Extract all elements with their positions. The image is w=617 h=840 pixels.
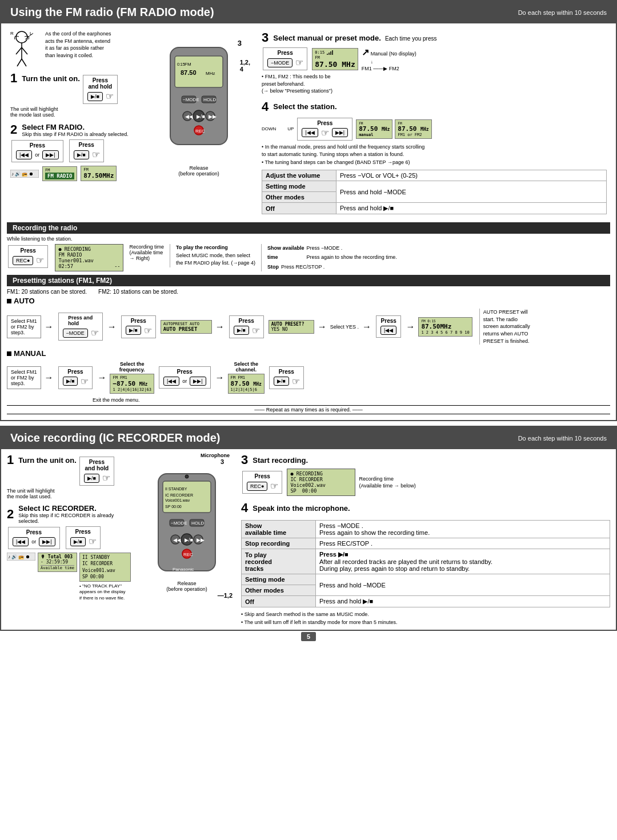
prev-btn-fm2[interactable]: |◀◀ (16, 150, 32, 159)
rec-btn-voice3[interactable]: REC● (247, 482, 267, 491)
voice-release-label: Release (before operation) (166, 581, 207, 592)
ic-recorder-display1: 🎙 Total 003 - 32:59:59 Available time (38, 553, 77, 572)
recording-subsection: Recording the radio While listening to t… (7, 222, 610, 271)
next-btn-voice2[interactable]: ▶▶| (39, 537, 55, 546)
fm-step4-display-manual: FM 87.50 MHz manual (356, 119, 392, 139)
ic-recorder-display2: II STANDBY IC RECORDER Voice001.wav SP 0… (79, 553, 131, 582)
svg-text:−MODE: −MODE (171, 521, 187, 526)
voice-step3-display: ● RECORDING IC RECORDER Voice002.wav SP … (287, 469, 355, 496)
fm-step2-controls: Press |◀◀ or ▶▶| Press ▶/■ ☞ (10, 138, 136, 163)
to-play-section: To play the recording Select MUSIC mode,… (170, 244, 255, 267)
svg-text:HOLD: HOLD (191, 521, 204, 526)
manual-label-row: MANUAL (7, 349, 610, 358)
voice-device-svg: II STANDBY IC RECORDER Voice001.wav SP 0… (147, 465, 227, 579)
fm-step4-display-fm1fm2: FM 87.50 MHz FM1 or FM2 (395, 119, 431, 139)
mode-btn-fm3[interactable]: −MODE (267, 58, 293, 67)
fm-step1-note: The unit will highlight the mode last us… (10, 106, 136, 118)
fm-step2-press1-box: Press |◀◀ or ▶▶| (11, 140, 63, 162)
play-stop-btn-fm2[interactable]: ▶/■ (74, 150, 89, 159)
auto-bullet (7, 299, 11, 303)
fm-step1: 1 Turn the unit on. Press and hold ▶/■ ☞… (10, 71, 136, 118)
auto-label-row: AUTO (7, 297, 610, 305)
svg-text:♪ 🔊 📻 ⏺: ♪ 🔊 📻 ⏺ (11, 171, 34, 177)
presetting-subsection: Presetting stations (FM1, FM2) FM1: 20 s… (7, 275, 610, 414)
next-btn-manual[interactable]: ▶▶| (190, 377, 206, 386)
next-btn-fm2[interactable]: ▶▶| (42, 150, 58, 159)
manual-freq-display: FM FM1 −87.50 MHz 1 2|4|6|16|32|63 (110, 374, 154, 394)
show-available-section: Show available time Press −MODE . Press … (261, 244, 397, 271)
prev-btn-manual[interactable]: |◀◀ (163, 377, 179, 386)
earphone-notes: As the cord of the earphones acts the FM… (45, 30, 111, 67)
svg-text:87.50: 87.50 (181, 69, 197, 76)
fm-step3-title: Select manual or preset mode. (273, 34, 381, 42)
ic-recorder-display2-section: II STANDBY IC RECORDER Voice001.wav SP 0… (79, 553, 131, 601)
prev-btn-voice2[interactable]: |◀◀ (13, 537, 29, 546)
fm-step4-labels: DOWN UP (262, 126, 294, 131)
voice-step3-press-box: Press REC● ☞ (242, 471, 282, 494)
voice-do-each: Do each step within 10 seconds (518, 435, 607, 442)
fm-freq-display-step2: FM 87.50MHz (81, 166, 117, 181)
fm-step4-notes: • In the manual mode, press and hold unt… (262, 143, 607, 167)
rec-stop-btn[interactable]: REC● (13, 256, 33, 265)
fm-top-area: R L As the cord of the earphones acts th… (7, 27, 610, 220)
no-track-notes: • "NO TRACK PLAY" appears on the display… (79, 583, 131, 601)
prev-btn-auto[interactable]: |◀◀ (380, 326, 396, 335)
prev-btn-fm4[interactable]: |◀◀ (302, 128, 318, 137)
fm-step1-number: 1 (10, 71, 17, 86)
voice-step2-press1-box: Press |◀◀ or ▶▶| (8, 527, 60, 549)
voice-step1-number: 1 (7, 453, 14, 467)
next-btn-fm4[interactable]: ▶▶| (332, 128, 348, 137)
svg-point-0 (16, 31, 27, 43)
manual-title: MANUAL (14, 349, 46, 358)
presetting-header: Presetting stations (FM1, FM2) (7, 275, 610, 286)
svg-text:II STANDBY: II STANDBY (165, 487, 187, 491)
svg-line-5 (22, 59, 26, 66)
play-btn-auto[interactable]: ▶/■ (126, 326, 141, 335)
play-btn-auto2[interactable]: ▶/■ (234, 326, 249, 335)
play-stop-btn-voice1[interactable]: ▶/■ (84, 474, 99, 483)
svg-text:−MODE: −MODE (183, 97, 199, 102)
voice-left-col: 1 Turn the unit on. Press and hold ▶/■ ☞… (7, 453, 133, 626)
voice-step4: 4 Speak into the microphone. (241, 501, 610, 515)
manual-freq-section: Select the frequency. FM FM1 −87.50 MHz … (110, 361, 154, 394)
svg-line-4 (17, 59, 22, 66)
fm-section-title: Using the FM radio (FM RADIO mode) (10, 6, 214, 19)
recording-time-labels: Recording time (Available time → Right) (129, 244, 164, 261)
play-btn-manual[interactable]: ▶/■ (63, 377, 78, 386)
voice-step1-title: Turn the unit on. (18, 456, 77, 465)
svg-text:▶▶: ▶▶ (209, 114, 217, 119)
fm-step4-title: Select the station. (273, 102, 336, 111)
fm-step2-press2-box: Press ▶/■ ☞ (69, 139, 104, 162)
earphone-person-icon: R L (10, 30, 42, 67)
voice-step3-number: 3 (241, 453, 248, 467)
svg-text:0:15: 0:15 (177, 62, 185, 66)
auto-press-hold-box: Press and hold −MODE ☞ (58, 313, 103, 341)
svg-text:◀◀: ◀◀ (173, 537, 181, 543)
play-btn-manual-final[interactable]: ▶/■ (274, 377, 289, 386)
fm-step2-title: Select FM RADIO. (22, 123, 85, 131)
fm-step4-number: 4 (262, 99, 269, 114)
voice-step3-time-info: Recording time (Available time → below) (359, 475, 415, 490)
fm-step2: 2 Select FM RADIO. Skip this step if FM … (10, 122, 136, 181)
arrow-4: → (318, 322, 327, 332)
svg-text:♪ 🔊 📻 ⏺: ♪ 🔊 📻 ⏺ (8, 554, 30, 559)
voice-right-col: 3 Start recording. Press REC● ☞ ● REC (241, 453, 610, 626)
voice-step2-subtitle: Skip this step if IC RECORDER is already… (18, 513, 133, 524)
auto-press2-box: Press ▶/■ ☞ (229, 315, 264, 338)
fm-step2-subtitle: Skip this step if FM RADIO is already se… (22, 131, 129, 137)
voice-section-header: Voice recording (IC RECORDER mode) Do ea… (1, 427, 616, 449)
svg-text:R: R (10, 31, 14, 36)
fm-step4: 4 Select the station. DOWN UP Press (262, 99, 607, 167)
repeat-line: —— Repeat as many times as is required. … (7, 405, 610, 414)
svg-text:▶/■: ▶/■ (197, 114, 205, 119)
play-stop-btn-voice2[interactable]: ▶/■ (70, 537, 86, 546)
fm-step4-press-box: Press |◀◀ ☞ ▶▶| (297, 118, 352, 141)
mode-btn-auto[interactable]: −MODE (63, 329, 88, 338)
fm-step2-displays: ♪ 🔊 📻 ⏺ FM FM RADIO FM 87.50MHz (10, 166, 136, 181)
arrow-1: → (45, 322, 54, 332)
play-stop-btn-fm1[interactable]: ▶/■ (87, 92, 103, 101)
fm-step3-controls: Press −MODE ☞ 0:15 (262, 46, 607, 71)
voice-step3-controls: Press REC● ☞ ● RECORDING IC RECORDER Voi… (241, 469, 610, 496)
voice-step4-title: Speak into the microphone. (253, 504, 350, 513)
svg-line-2 (16, 47, 22, 54)
